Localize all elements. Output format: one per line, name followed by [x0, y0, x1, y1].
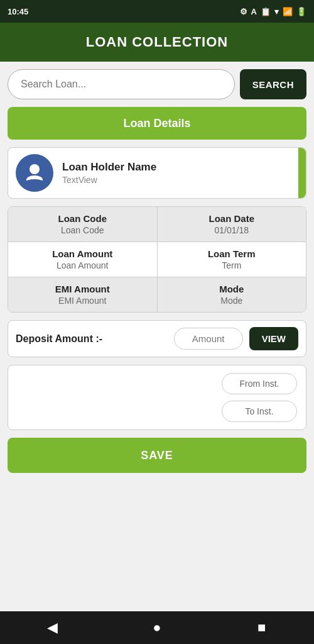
loan-code-value: Loan Code: [61, 225, 104, 235]
mode-cell: Mode Mode: [158, 277, 306, 312]
mode-label: Mode: [219, 284, 244, 294]
loan-amount-value: Loan Amount: [57, 260, 109, 270]
deposit-row: Deposit Amount :- VIEW: [8, 320, 306, 357]
loan-code-cell: Loan Code Loan Code: [8, 207, 158, 242]
loan-date-label: Loan Date: [208, 213, 254, 224]
home-button[interactable]: ●: [144, 615, 170, 640]
mode-value: Mode: [220, 296, 242, 306]
loan-details-button[interactable]: Loan Details: [8, 107, 306, 140]
loan-amount-label: Loan Amount: [52, 248, 112, 259]
view-button[interactable]: VIEW: [249, 327, 298, 350]
bottom-nav: ◀ ● ■: [0, 611, 314, 644]
main-content: SEARCH Loan Details Loan Holder Name Tex…: [0, 62, 314, 611]
loan-date-value: 01/01/18: [215, 225, 249, 235]
holder-subtitle: TextView: [62, 175, 298, 185]
status-time: 10:45: [8, 7, 28, 16]
search-button[interactable]: SEARCH: [240, 69, 306, 99]
table-row: Loan Code Loan Code Loan Date 01/01/18: [8, 207, 306, 242]
save-button[interactable]: SAVE: [8, 438, 306, 473]
holder-info: Loan Holder Name TextView: [62, 161, 298, 185]
svg-point-0: [30, 164, 40, 174]
amount-input[interactable]: [174, 328, 243, 350]
status-icons: ⚙ A 📋 ▾ 📶 🔋: [240, 7, 306, 16]
app-title: LOAN COLLECTION: [86, 34, 228, 50]
loan-holder-card: Loan Holder Name TextView: [8, 147, 306, 199]
to-inst-button[interactable]: To Inst.: [222, 401, 297, 422]
emi-amount-label: EMI Amount: [55, 284, 110, 294]
emi-amount-cell: EMI Amount EMI Amount: [8, 277, 158, 312]
inst-card: From Inst. To Inst.: [8, 365, 306, 430]
loan-term-label: Loan Term: [208, 248, 256, 259]
avatar: [16, 154, 53, 192]
signal-icon: 📶: [283, 7, 293, 16]
app-header: LOAN COLLECTION: [0, 23, 314, 62]
wifi-icon: ▾: [274, 7, 279, 16]
loan-term-value: Term: [222, 260, 241, 270]
loan-term-cell: Loan Term Term: [158, 242, 306, 277]
clipboard-icon: 📋: [261, 7, 271, 16]
loan-code-label: Loan Code: [58, 213, 107, 224]
green-indicator: [298, 148, 306, 198]
loan-date-cell: Loan Date 01/01/18: [158, 207, 306, 242]
table-row: Loan Amount Loan Amount Loan Term Term: [8, 242, 306, 277]
table-row: EMI Amount EMI Amount Mode Mode: [8, 277, 306, 312]
emi-amount-value: EMI Amount: [58, 296, 106, 306]
recents-button[interactable]: ■: [249, 615, 274, 640]
battery-icon: 🔋: [296, 7, 306, 16]
back-button[interactable]: ◀: [40, 615, 65, 640]
status-bar: 10:45 ⚙ A 📋 ▾ 📶 🔋: [0, 0, 314, 23]
loan-amount-cell: Loan Amount Loan Amount: [8, 242, 158, 277]
loan-table: Loan Code Loan Code Loan Date 01/01/18 L…: [8, 206, 306, 313]
deposit-label: Deposit Amount :-: [16, 333, 168, 345]
holder-name: Loan Holder Name: [62, 161, 298, 174]
search-row: SEARCH: [8, 69, 306, 99]
from-inst-button[interactable]: From Inst.: [222, 373, 297, 394]
accessibility-icon: A: [251, 7, 257, 16]
search-input[interactable]: [8, 69, 235, 99]
settings-icon: ⚙: [240, 7, 247, 16]
